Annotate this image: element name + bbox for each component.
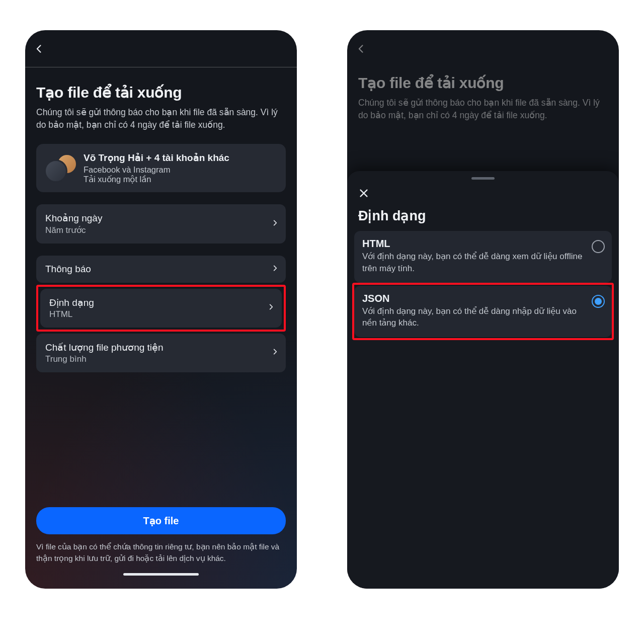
page-title: Tạo file để tải xuống [36,84,286,101]
avatar-stack [44,153,77,183]
page-subtitle: Chúng tôi sẽ gửi thông báo cho bạn khi f… [358,97,608,122]
home-indicator [123,573,199,576]
row-label: Chất lượng file phương tiện [45,342,164,353]
row-value: HTML [49,309,94,319]
row-format[interactable]: Định dạng HTML [40,289,282,328]
footer-note: Vì file của bạn có thể chứa thông tin ri… [36,541,286,564]
sheet-title: Định dạng [347,205,619,231]
right-screen: Tạo file để tải xuống Chúng tôi sẽ gửi t… [347,30,619,589]
back-icon[interactable] [34,44,44,56]
chevron-right-icon [272,264,279,275]
back-icon [356,44,366,56]
page-title: Tạo file để tải xuống [358,74,608,92]
account-name: Võ Trọng Hải + 4 tài khoản khác [84,152,229,164]
chevron-right-icon [272,218,279,229]
chevron-right-icon [272,347,279,358]
row-value: Năm trước [45,225,102,235]
account-note: Tải xuống một lần [84,175,229,184]
option-desc: Với định dạng này, bạn có thể dễ dàng nh… [362,305,586,330]
account-platforms: Facebook và Instagram [84,165,229,175]
row-media-quality[interactable]: Chất lượng file phương tiện Trung bình [36,334,286,372]
row-label: Khoảng ngày [45,212,102,224]
option-desc: Với định dạng này, bạn có thể dễ dàng xe… [362,251,586,275]
avatar [44,159,67,183]
highlight-format: Định dạng HTML [36,285,286,332]
row-label: Thông báo [45,264,91,275]
account-card[interactable]: Võ Trọng Hải + 4 tài khoản khác Facebook… [36,144,286,192]
radio-selected[interactable] [592,295,605,308]
radio-unselected[interactable] [592,240,605,253]
left-screen: Tạo file để tải xuống Chúng tôi sẽ gửi t… [25,30,297,589]
format-option-html[interactable]: HTML Với định dạng này, bạn có thể dễ dà… [354,231,612,283]
sheet-grabber[interactable] [471,177,495,180]
row-label: Định dạng [49,297,94,308]
close-icon[interactable] [358,188,369,201]
option-title: JSON [362,293,586,304]
row-date-range[interactable]: Khoảng ngày Năm trước [36,204,286,244]
create-file-button[interactable]: Tạo file [36,507,286,534]
page-subtitle: Chúng tôi sẽ gửi thông báo cho bạn khi f… [36,106,286,132]
chevron-right-icon [268,302,275,313]
format-bottom-sheet: Định dạng HTML Với định dạng này, bạn có… [347,171,619,589]
row-notify[interactable]: Thông báo [36,256,286,283]
row-value: Trung bình [45,354,164,364]
option-title: HTML [362,238,586,250]
format-option-json[interactable]: JSON Với định dạng này, bạn có thể dễ dà… [354,286,612,338]
